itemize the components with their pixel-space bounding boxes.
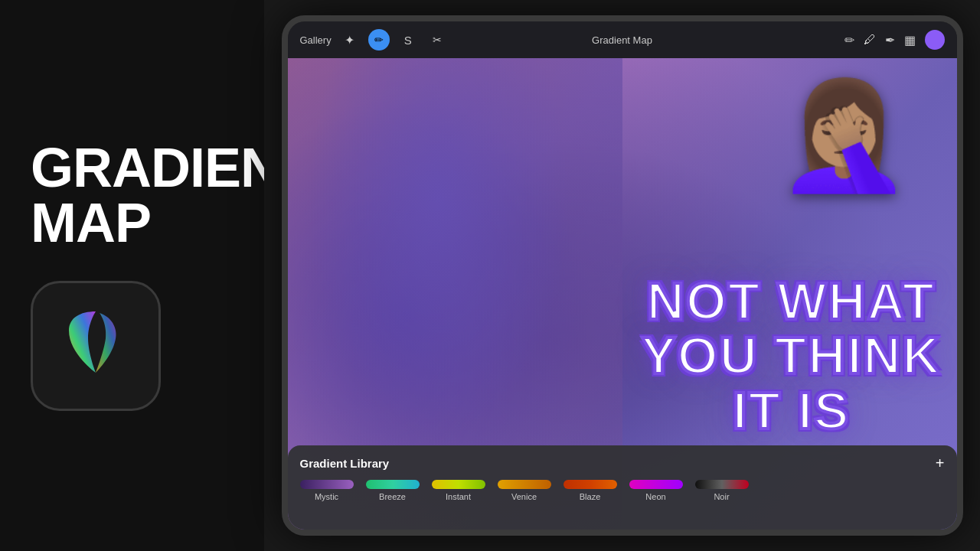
smudge-icon[interactable]: S	[397, 29, 419, 51]
big-text-overlay: NOT WHAT YOU THINK IT IS	[642, 274, 942, 438]
gradient-library-panel: Gradient Library + Mystic Breeze Instant	[288, 445, 957, 530]
color-picker[interactable]	[925, 30, 945, 50]
swatch-noir[interactable]: Noir	[695, 480, 749, 501]
toolbar-left: Gallery ✦ ✏ S ✂	[300, 29, 448, 51]
right-panel: Gallery ✦ ✏ S ✂ Gradient Map ✏ 🖊 ✒ ▦ 🤦🏽‍…	[264, 0, 980, 551]
toolbar-center-label: Gradient Map	[592, 34, 652, 46]
venice-bar	[498, 480, 551, 489]
ipad-frame: Gallery ✦ ✏ S ✂ Gradient Map ✏ 🖊 ✒ ▦ 🤦🏽‍…	[282, 15, 963, 536]
noir-bar	[695, 480, 749, 489]
blaze-bar	[564, 480, 617, 489]
overlay-line3: IT IS	[642, 383, 942, 438]
procreate-app-icon	[31, 281, 161, 411]
swatch-mystic[interactable]: Mystic	[300, 480, 354, 501]
toolbar-right: ✏ 🖊 ✒ ▦	[844, 30, 945, 50]
pen-icon: 🖊	[864, 33, 876, 47]
instant-label: Instant	[446, 492, 471, 501]
pencil-icon: ✏	[844, 33, 854, 47]
overlay-line2: YOU THINK	[642, 328, 942, 383]
layers-icon[interactable]: ▦	[904, 33, 916, 47]
magic-wand-icon[interactable]: ✦	[339, 29, 361, 51]
breeze-bar	[366, 480, 420, 489]
eraser-icon[interactable]: ✂	[426, 29, 448, 51]
swatch-venice[interactable]: Venice	[498, 480, 551, 501]
venice-label: Venice	[511, 492, 537, 501]
gallery-button[interactable]: Gallery	[300, 34, 332, 46]
noir-label: Noir	[714, 492, 729, 501]
marker-icon: ✒	[885, 33, 895, 47]
add-gradient-button[interactable]: +	[936, 455, 945, 472]
gradient-library-title: Gradient Library	[300, 457, 390, 470]
gradient-library-header: Gradient Library +	[300, 455, 945, 472]
overlay-line1: NOT WHAT	[642, 274, 942, 328]
swatch-neon[interactable]: Neon	[629, 480, 683, 501]
breeze-label: Breeze	[379, 492, 406, 501]
swatch-breeze[interactable]: Breeze	[366, 480, 420, 501]
left-panel: GRADIENT MAP	[0, 0, 264, 551]
mystic-label: Mystic	[315, 492, 338, 501]
neon-label: Neon	[645, 492, 665, 501]
overlay-text: NOT WHAT YOU THINK IT IS	[642, 274, 942, 438]
neon-bar	[629, 480, 683, 489]
swatch-instant[interactable]: Instant	[432, 480, 485, 501]
blaze-label: Blaze	[580, 492, 601, 501]
ipad-canvas: 🤦🏽‍♀️ NOT WHAT YOU THINK IT IS Gradient …	[288, 58, 957, 530]
facepalm-emoji: 🤦🏽‍♀️	[777, 81, 911, 188]
gradient-swatches-container: Mystic Breeze Instant Venice	[300, 480, 945, 501]
ipad-toolbar: Gallery ✦ ✏ S ✂ Gradient Map ✏ 🖊 ✒ ▦	[288, 21, 957, 58]
instant-bar	[432, 480, 485, 489]
swatch-blaze[interactable]: Blaze	[564, 480, 617, 501]
mystic-bar	[300, 480, 354, 489]
brush-icon[interactable]: ✏	[368, 29, 390, 51]
